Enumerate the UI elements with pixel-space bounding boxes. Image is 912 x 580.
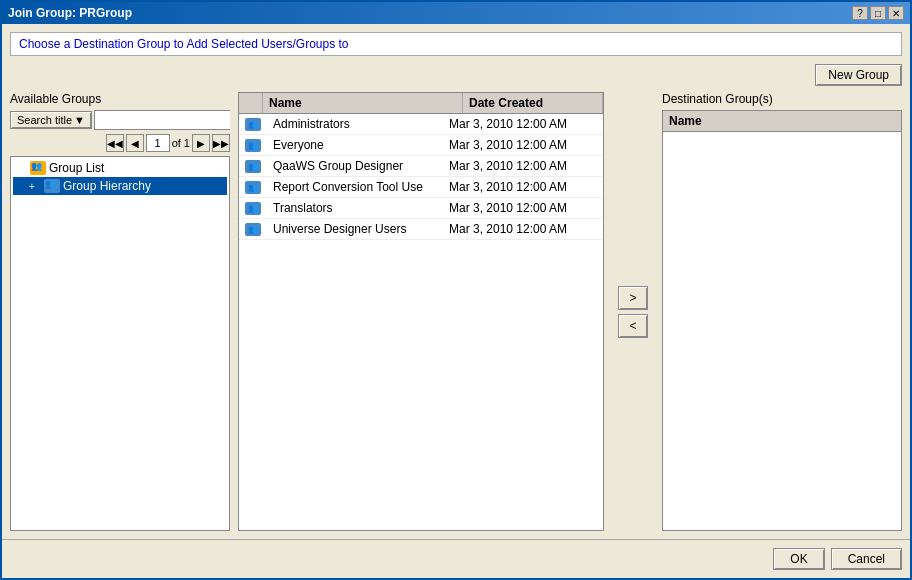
- tree-item-group-hierarchy[interactable]: + Group Hierarchy: [13, 177, 227, 195]
- first-page-button[interactable]: ◀◀: [106, 134, 124, 152]
- next-page-button[interactable]: ▶: [192, 134, 210, 152]
- row-name-3: Report Conversion Tool Use: [267, 177, 443, 197]
- row-date-4: Mar 3, 2010 12:00 AM: [443, 198, 603, 218]
- row-name-4: Translators: [267, 198, 443, 218]
- new-group-button[interactable]: New Group: [815, 64, 902, 86]
- table-row[interactable]: 👥 QaaWS Group Designer Mar 3, 2010 12:00…: [239, 156, 603, 177]
- row-icon-2: 👥: [239, 157, 267, 176]
- window-title: Join Group: PRGroup: [8, 6, 132, 20]
- row-name-5: Universe Designer Users: [267, 219, 443, 239]
- search-bar: Search title ▼ 🔍: [10, 110, 230, 130]
- row-name-0: Administrators: [267, 114, 443, 134]
- available-groups-label: Available Groups: [10, 92, 230, 106]
- table-body: 👥 Administrators Mar 3, 2010 12:00 AM 👥 …: [239, 114, 603, 530]
- instruction-bar: Choose a Destination Group to Add Select…: [10, 32, 902, 56]
- dialog-window: Join Group: PRGroup ? □ ✕ Choose a Desti…: [0, 0, 912, 580]
- table-header: Name Date Created: [239, 93, 603, 114]
- remove-from-dest-button[interactable]: <: [618, 314, 648, 338]
- destination-label: Destination Group(s): [662, 92, 902, 106]
- new-group-row: New Group: [10, 64, 902, 86]
- page-of-label: of 1: [172, 137, 190, 149]
- group-hierarchy-icon: [44, 179, 60, 193]
- table-row[interactable]: 👥 Report Conversion Tool Use Mar 3, 2010…: [239, 177, 603, 198]
- dest-header: Name: [663, 111, 901, 132]
- row-date-2: Mar 3, 2010 12:00 AM: [443, 156, 603, 176]
- row-date-1: Mar 3, 2010 12:00 AM: [443, 135, 603, 155]
- th-icon: [239, 93, 263, 113]
- instruction-text: Choose a Destination Group to Add Select…: [19, 37, 349, 51]
- transfer-panel: > <: [612, 92, 654, 531]
- row-icon-1: 👥: [239, 136, 267, 155]
- close-button[interactable]: ✕: [888, 6, 904, 20]
- th-name: Name: [263, 93, 463, 113]
- table-row[interactable]: 👥 Administrators Mar 3, 2010 12:00 AM: [239, 114, 603, 135]
- last-page-button[interactable]: ▶▶: [212, 134, 230, 152]
- group-icon-4: 👥: [245, 202, 261, 215]
- table-row[interactable]: 👥 Universe Designer Users Mar 3, 2010 12…: [239, 219, 603, 240]
- group-list-icon: [30, 161, 46, 175]
- th-date: Date Created: [463, 93, 603, 113]
- dialog-content: Choose a Destination Group to Add Select…: [2, 24, 910, 539]
- page-number-input[interactable]: [146, 134, 170, 152]
- groups-table: Name Date Created 👥 Administrators Mar 3…: [238, 92, 604, 531]
- center-panel: Name Date Created 👥 Administrators Mar 3…: [238, 92, 604, 531]
- title-bar-buttons: ? □ ✕: [852, 6, 904, 20]
- table-row[interactable]: 👥 Everyone Mar 3, 2010 12:00 AM: [239, 135, 603, 156]
- cancel-button[interactable]: Cancel: [831, 548, 902, 570]
- help-button[interactable]: ?: [852, 6, 868, 20]
- prev-page-button[interactable]: ◀: [126, 134, 144, 152]
- row-icon-0: 👥: [239, 115, 267, 134]
- group-icon-2: 👥: [245, 160, 261, 173]
- row-icon-3: 👥: [239, 178, 267, 197]
- group-icon-1: 👥: [245, 139, 261, 152]
- bottom-bar: OK Cancel: [2, 539, 910, 578]
- row-name-2: QaaWS Group Designer: [267, 156, 443, 176]
- tree-panel: Group List + Group Hierarchy: [10, 156, 230, 531]
- table-row[interactable]: 👥 Translators Mar 3, 2010 12:00 AM: [239, 198, 603, 219]
- group-icon-3: 👥: [245, 181, 261, 194]
- main-area: Available Groups Search title ▼ 🔍 ◀◀ ◀: [10, 92, 902, 531]
- row-date-5: Mar 3, 2010 12:00 AM: [443, 219, 603, 239]
- tree-item-group-list[interactable]: Group List: [13, 159, 227, 177]
- add-to-dest-button[interactable]: >: [618, 286, 648, 310]
- right-panel: Destination Group(s) Name: [662, 92, 902, 531]
- row-date-3: Mar 3, 2010 12:00 AM: [443, 177, 603, 197]
- search-title-label: Search title: [17, 114, 72, 126]
- row-date-0: Mar 3, 2010 12:00 AM: [443, 114, 603, 134]
- search-dropdown-arrow: ▼: [74, 114, 85, 126]
- row-name-1: Everyone: [267, 135, 443, 155]
- group-icon-0: 👥: [245, 118, 261, 131]
- left-panel: Available Groups Search title ▼ 🔍 ◀◀ ◀: [10, 92, 230, 531]
- dest-table: Name: [662, 110, 902, 531]
- group-list-label: Group List: [49, 161, 104, 175]
- group-hierarchy-label: Group Hierarchy: [63, 179, 151, 193]
- pagination-bar: ◀◀ ◀ of 1 ▶ ▶▶: [10, 134, 230, 152]
- expand-icon-hierarchy: +: [29, 181, 41, 192]
- group-icon-5: 👥: [245, 223, 261, 236]
- minimize-button[interactable]: □: [870, 6, 886, 20]
- ok-button[interactable]: OK: [773, 548, 824, 570]
- search-title-button[interactable]: Search title ▼: [10, 111, 92, 129]
- row-icon-4: 👥: [239, 199, 267, 218]
- search-input[interactable]: [94, 110, 230, 130]
- title-bar: Join Group: PRGroup ? □ ✕: [2, 2, 910, 24]
- row-icon-5: 👥: [239, 220, 267, 239]
